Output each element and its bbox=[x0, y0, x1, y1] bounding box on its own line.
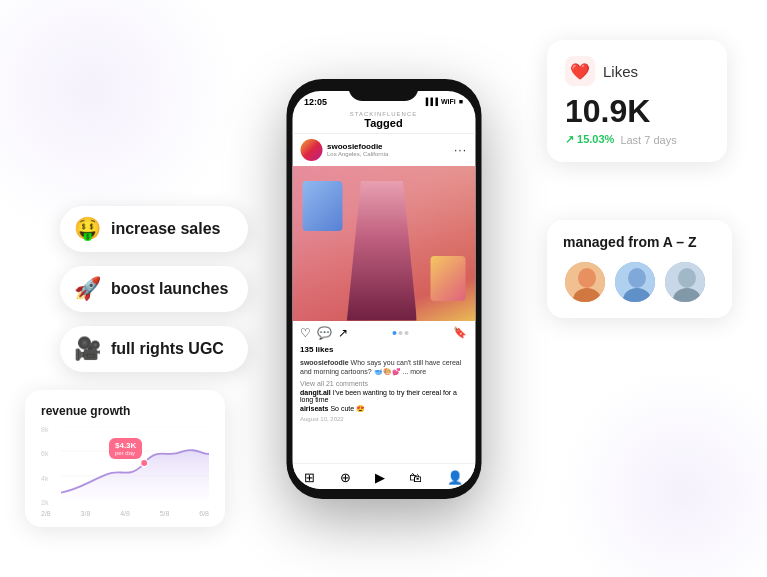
post-user: swoosiefoodie Los Angeles, California bbox=[300, 139, 388, 161]
svg-point-13 bbox=[141, 459, 148, 466]
x-label-2: 3/8 bbox=[81, 510, 91, 517]
reels-nav-icon[interactable]: ▶ bbox=[375, 470, 385, 485]
wifi-icon: WiFi bbox=[441, 98, 456, 105]
phone-mockup: 12:05 ▐▐▐ WiFi ■ STACKINFLUENCE Tagged s… bbox=[286, 79, 481, 499]
camera-emoji: 🎥 bbox=[74, 336, 101, 362]
y-label-6k: 6k bbox=[41, 450, 48, 457]
post-image bbox=[292, 166, 475, 321]
price-badge-value: $4.3K bbox=[115, 441, 136, 450]
home-nav-icon[interactable]: ⊞ bbox=[304, 470, 315, 485]
battery-icon: ■ bbox=[459, 98, 463, 105]
managed-card: managed from A – Z bbox=[547, 220, 732, 318]
y-label-2k: 2k bbox=[41, 499, 48, 506]
price-badge-sub: per day bbox=[115, 450, 136, 456]
comment-1-user: dangit.all bbox=[300, 389, 331, 396]
pill-ugc: 🎥 full rights UGC bbox=[60, 326, 248, 372]
comment-2: airiseats So cute 😍 bbox=[292, 404, 475, 414]
ig-header: STACKINFLUENCE Tagged bbox=[292, 109, 475, 134]
caption-username: swoosiefoodie bbox=[300, 359, 349, 366]
managed-title: managed from A – Z bbox=[563, 234, 716, 250]
pill-boost-launches: 🚀 boost launches bbox=[60, 266, 248, 312]
view-comments[interactable]: View all 21 comments bbox=[292, 379, 475, 388]
signal-icon: ▐▐▐ bbox=[423, 98, 438, 105]
status-icons: ▐▐▐ WiFi ■ bbox=[423, 98, 463, 105]
revenue-card: revenue growth 8k 6k 4k 2k bbox=[25, 390, 225, 527]
more-options-icon[interactable]: ··· bbox=[454, 144, 467, 156]
carousel-indicator bbox=[393, 331, 409, 335]
post-header: swoosiefoodie Los Angeles, California ··… bbox=[292, 134, 475, 166]
pills-container: 🤑 increase sales 🚀 boost launches 🎥 full… bbox=[60, 206, 248, 372]
profile-nav-icon[interactable]: 👤 bbox=[447, 470, 463, 485]
x-label-4: 5/8 bbox=[160, 510, 170, 517]
likes-period: Last 7 days bbox=[620, 134, 676, 146]
action-icons: ♡ 💬 ↗ bbox=[300, 326, 348, 340]
phone-wrapper: 12:05 ▐▐▐ WiFi ■ STACKINFLUENCE Tagged s… bbox=[286, 79, 481, 499]
y-labels: 8k 6k 4k 2k bbox=[41, 426, 48, 506]
username: swoosiefoodie bbox=[327, 142, 388, 151]
shop-nav-icon[interactable]: 🛍 bbox=[409, 470, 422, 485]
svg-point-4 bbox=[628, 268, 646, 288]
comment-1: dangit.all I've been wanting to try thei… bbox=[292, 388, 475, 404]
x-label-1: 2/8 bbox=[41, 510, 51, 517]
product-box bbox=[430, 256, 465, 301]
likes-meta: ↗ 15.03% Last 7 days bbox=[565, 133, 709, 146]
chart-area: 8k 6k 4k 2k $4.3 bbox=[41, 426, 209, 506]
comment-button[interactable]: 💬 bbox=[317, 326, 332, 340]
bg-decoration-1 bbox=[0, 0, 240, 240]
bg-decoration-2 bbox=[557, 367, 767, 577]
comment-2-text: So cute 😍 bbox=[330, 405, 365, 412]
user-info: swoosiefoodie Los Angeles, California bbox=[327, 142, 388, 157]
likes-card: ❤️ Likes 10.9K ↗ 15.03% Last 7 days bbox=[547, 40, 727, 162]
pill-ugc-label: full rights UGC bbox=[111, 340, 224, 358]
x-label-3: 4/8 bbox=[120, 510, 130, 517]
managed-avatar-2 bbox=[613, 260, 657, 304]
like-button[interactable]: ♡ bbox=[300, 326, 311, 340]
phone-screen: 12:05 ▐▐▐ WiFi ■ STACKINFLUENCE Tagged s… bbox=[292, 91, 475, 489]
phone-notch bbox=[349, 79, 419, 101]
bookmark-button[interactable]: 🔖 bbox=[453, 326, 467, 339]
likes-label: Likes bbox=[603, 63, 638, 80]
likes-change: ↗ 15.03% bbox=[565, 133, 614, 146]
location: Los Angeles, California bbox=[327, 151, 388, 157]
status-time: 12:05 bbox=[304, 97, 327, 107]
pill-increase-sales-label: increase sales bbox=[111, 220, 220, 238]
share-button[interactable]: ↗ bbox=[338, 326, 348, 340]
heart-badge: ❤️ bbox=[565, 56, 595, 86]
managed-avatars bbox=[563, 260, 716, 304]
comment-2-user: airiseats bbox=[300, 405, 328, 412]
caption: swoosiefoodie Who says you can't still h… bbox=[292, 356, 475, 380]
pill-increase-sales: 🤑 increase sales bbox=[60, 206, 248, 252]
dot-2 bbox=[399, 331, 403, 335]
managed-avatar-3 bbox=[663, 260, 707, 304]
svg-point-1 bbox=[578, 268, 596, 288]
dot-3 bbox=[405, 331, 409, 335]
post-actions: ♡ 💬 ↗ 🔖 bbox=[292, 321, 475, 343]
revenue-title: revenue growth bbox=[41, 404, 209, 418]
y-label-4k: 4k bbox=[41, 475, 48, 482]
post-likes: 135 likes bbox=[292, 343, 475, 356]
managed-avatar-1 bbox=[563, 260, 607, 304]
ig-tab: Tagged bbox=[292, 117, 475, 129]
bottom-nav: ⊞ ⊕ ▶ 🛍 👤 bbox=[292, 463, 475, 489]
pill-boost-launches-label: boost launches bbox=[111, 280, 228, 298]
avatar bbox=[300, 139, 322, 161]
svg-point-7 bbox=[678, 268, 696, 288]
likes-count: 10.9K bbox=[565, 94, 709, 129]
y-label-8k: 8k bbox=[41, 426, 48, 433]
rocket-emoji: 🚀 bbox=[74, 276, 101, 302]
x-label-5: 6/8 bbox=[199, 510, 209, 517]
likes-header: ❤️ Likes bbox=[565, 56, 709, 86]
dot-1 bbox=[393, 331, 397, 335]
price-badge: $4.3K per day bbox=[109, 438, 142, 459]
product-box-2 bbox=[302, 181, 342, 231]
post-date: August 10, 2022 bbox=[292, 414, 475, 424]
money-emoji: 🤑 bbox=[74, 216, 101, 242]
chart-x-labels: 2/8 3/8 4/8 5/8 6/8 bbox=[41, 510, 209, 517]
search-nav-icon[interactable]: ⊕ bbox=[340, 470, 351, 485]
